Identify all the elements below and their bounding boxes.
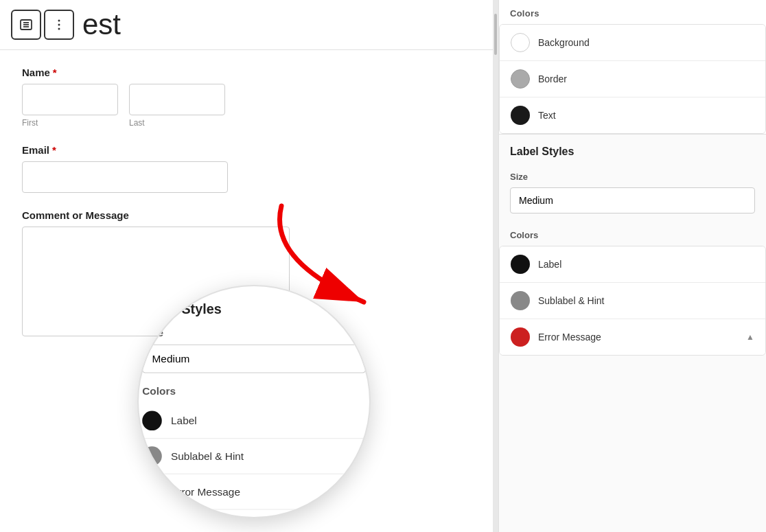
chevron-down-icon: ▲	[746, 332, 754, 342]
mag-error-swatch	[142, 482, 162, 502]
background-label: Background	[538, 37, 590, 48]
text-label: Text	[538, 110, 556, 121]
background-swatch	[511, 33, 530, 52]
list-icon-button[interactable]	[11, 10, 41, 40]
label-color-item[interactable]: Label	[500, 246, 765, 283]
last-sublabel: Last	[129, 118, 225, 128]
first-name-input[interactable]	[22, 84, 118, 115]
more-options-button[interactable]	[44, 10, 74, 40]
name-inputs-row: First Last	[22, 84, 471, 128]
sublabel-color-label: Sublabel & Hint	[538, 295, 605, 306]
last-name-input[interactable]	[129, 84, 225, 115]
first-sublabel: First	[22, 118, 118, 128]
mag-label-text: Label	[171, 415, 197, 427]
svg-point-6	[58, 28, 60, 30]
scrollbar-thumb[interactable]	[494, 14, 497, 55]
mag-sublabel-swatch	[142, 446, 162, 466]
text-color-item[interactable]: Text	[500, 97, 765, 133]
border-swatch	[511, 69, 530, 89]
error-color-label: Error Message	[538, 332, 601, 343]
label-colors-header: Colors	[499, 222, 766, 246]
label-styles-section: Label Styles Size Small Medium Large Col…	[499, 135, 766, 356]
mag-error-text: Error Message	[171, 485, 240, 498]
mag-label-swatch	[142, 411, 162, 431]
top-colors-block: Colors Background Border Text	[499, 0, 766, 135]
first-name-wrap: First	[22, 84, 118, 128]
magnified-content: Label Styles Size Colors Label Sublabel …	[137, 286, 371, 518]
label-styles-header: Label Styles	[499, 135, 766, 163]
mag-error-color-item: Error Message	[142, 474, 366, 510]
name-required-star: *	[53, 67, 57, 78]
size-section-label: Size	[510, 172, 755, 182]
label-colors-list: Label Sublabel & Hint Error Message ▲	[499, 246, 766, 356]
form-title: est	[82, 8, 121, 41]
properties-panel: Colors Background Border Text Label Styl…	[498, 0, 766, 532]
email-label: Email *	[22, 144, 471, 156]
magnified-circle: Label Styles Size Colors Label Sublabel …	[137, 285, 371, 518]
last-name-wrap: Last	[129, 84, 225, 128]
sublabel-swatch	[511, 291, 530, 310]
size-section: Size Small Medium Large	[499, 163, 766, 222]
top-colors-list: Background Border Text	[499, 24, 766, 134]
top-colors-header: Colors	[499, 0, 766, 24]
label-swatch	[511, 255, 530, 274]
mag-size-input[interactable]	[142, 345, 366, 373]
right-panel-inner: Colors Background Border Text Label Styl…	[499, 0, 766, 356]
email-required-star: *	[52, 144, 56, 156]
email-field-group: Email *	[22, 144, 471, 193]
mag-colors-label: Colors	[142, 385, 366, 397]
mag-label-styles-header: Label Styles	[142, 301, 366, 317]
form-builder-panel: est Name * First Last Email	[0, 0, 493, 532]
sublabel-color-item[interactable]: Sublabel & Hint	[500, 283, 765, 319]
size-dropdown[interactable]: Small Medium Large	[510, 187, 755, 213]
svg-point-4	[58, 20, 60, 22]
mag-sublabel-text: Sublabel & Hint	[171, 450, 244, 463]
border-label: Border	[538, 73, 567, 84]
label-color-label: Label	[538, 259, 561, 270]
svg-point-5	[58, 24, 60, 26]
mag-size-label: Size	[142, 326, 366, 338]
email-input[interactable]	[22, 161, 228, 193]
name-label: Name *	[22, 67, 471, 78]
comment-label: Comment or Message	[22, 209, 471, 221]
error-swatch	[511, 327, 530, 347]
background-color-item[interactable]: Background	[500, 25, 765, 61]
error-color-item[interactable]: Error Message ▲	[500, 319, 765, 355]
form-header: est	[0, 0, 493, 50]
name-field-group: Name * First Last	[22, 67, 471, 128]
text-swatch	[511, 106, 530, 125]
mag-label-color-item: Label	[142, 404, 366, 439]
panel-divider	[493, 0, 498, 532]
mag-sublabel-color-item: Sublabel & Hint	[142, 439, 366, 474]
border-color-item[interactable]: Border	[500, 61, 765, 97]
